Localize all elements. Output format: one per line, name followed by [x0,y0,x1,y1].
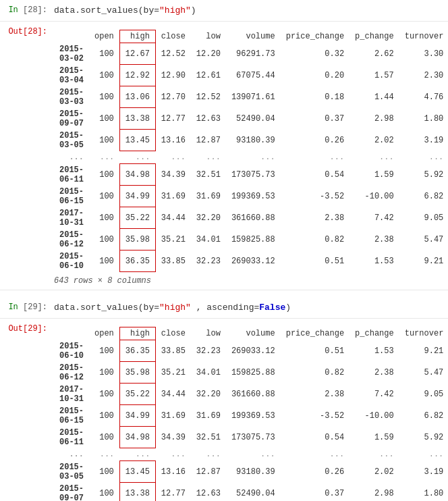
code-string-2: "high" [159,302,191,313]
code-string: "high" [159,5,191,16]
table-row: 2015-06-1510034.9931.6931.69199369.53-3.… [54,405,448,427]
ellipsis-row: ........................... [54,151,448,164]
cell-1-out-content: open high close low volume price_change … [54,26,448,286]
table-row: 2015-03-0310013.0612.7012.52139071.610.1… [54,86,448,108]
cell-2-in-label: In [29]: [0,301,54,314]
table-row: 2015-03-0410012.9212.9012.6167075.440.20… [54,65,448,86]
col-header-close-2: close [155,327,191,340]
table-row: 2015-06-1210035.9835.2134.01159825.880.8… [54,362,448,384]
table-row: 2015-06-1010036.3533.8532.23269033.120.5… [54,340,448,362]
code-kw-2: False [259,302,285,313]
cell-2-code: data.sort_values(by="high" , ascending=F… [54,301,441,314]
cell-1: In [28]: data.sort_values(by="high") [0,0,448,22]
table-row: 2015-06-1110034.9834.3932.51173075.730.5… [54,427,448,448]
code-text: data.sort_values(by= [54,5,159,16]
table-row: 2015-09-0710013.3812.7712.6352490.040.37… [54,108,448,130]
col-header-turnover: turnover [399,30,448,43]
col-header-open: open [89,30,119,43]
col-header-high: high [119,30,155,43]
table-1-footer: 643 rows × 8 columns [54,276,448,286]
table-2: open high close low volume price_change … [54,327,448,501]
code-mid-2: , ascending= [191,302,259,313]
table-row: 2015-03-0510013.4513.1612.8793180.390.26… [54,130,448,151]
table-row: 2015-03-0510013.4513.1612.8793180.390.26… [54,461,448,483]
table-row: 2015-09-0710013.3812.7712.6352490.040.37… [54,483,448,502]
table-row: 2017-10-3110035.2234.4432.20361660.882.3… [54,384,448,405]
col-header-index-2 [54,327,89,340]
code-text-2: data.sort_values(by= [54,302,159,313]
col-header-close: close [155,30,191,43]
cell-1-code: data.sort_values(by="high") [54,4,441,17]
col-header-open-2: open [89,327,119,340]
table-row: 2015-06-1210035.9835.2134.01159825.880.8… [54,229,448,250]
table-1: open high close low volume price_change … [54,30,448,272]
col-header-low-2: low [191,327,226,340]
table-row: 2015-06-1010036.3533.8532.23269033.120.5… [54,250,448,272]
col-header-volume-2: volume [226,327,281,340]
col-header-low: low [191,30,226,43]
col-header-turnover-2: turnover [399,327,448,340]
col-header-price-change-2: price_change [281,327,349,340]
cell-2-out-content: open high close low volume price_change … [54,323,448,501]
cell-1-in-label: In [28]: [0,4,54,17]
cell-2-out-label: Out[29]: [0,323,54,501]
col-header-high-2: high [119,327,155,340]
col-header-p-change-2: p_change [349,327,399,340]
table-row: 2017-10-3110035.2234.4432.20361660.882.3… [54,207,448,229]
col-header-price-change: price_change [281,30,349,43]
table-row: 2015-06-1510034.9931.6931.69199369.53-3.… [54,186,448,207]
code-end-2: ) [285,302,291,313]
ellipsis-row: ........................... [54,448,448,461]
cell-1-content: data.sort_values(by="high") [54,4,448,17]
cell-2-content: data.sort_values(by="high" , ascending=F… [54,301,448,314]
table-row: 2015-06-1110034.9834.3932.51173075.730.5… [54,164,448,186]
col-header-p-change: p_change [349,30,399,43]
cell-1-out-label: Out[28]: [0,26,54,286]
col-header-index [54,30,89,43]
cell-2: In [29]: data.sort_values(by="high" , as… [0,297,448,319]
col-header-volume: volume [226,30,281,43]
cell-2-out: Out[29]: open high close low volume pric… [0,319,448,501]
table-row: 2015-03-0210012.6712.5212.2096291.730.32… [54,43,448,65]
cell-1-out: Out[28]: open high close low volume pric… [0,22,448,290]
code-end: ) [191,5,196,16]
